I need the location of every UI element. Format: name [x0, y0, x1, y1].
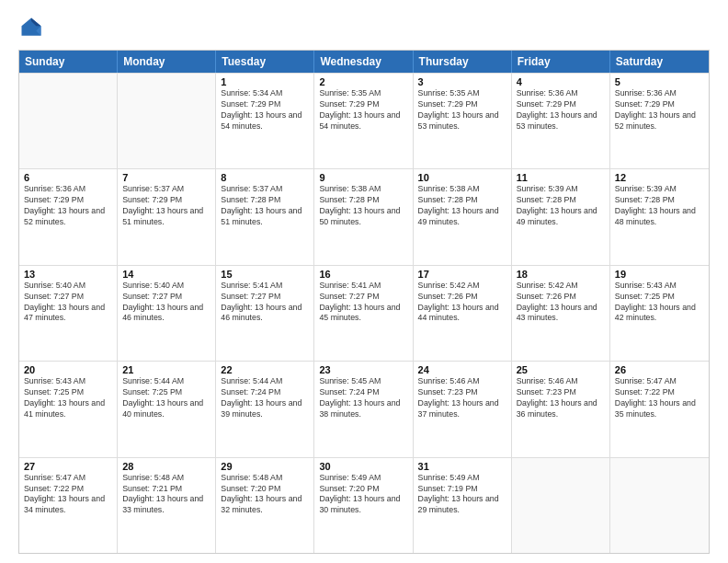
- day-number: 10: [418, 172, 506, 183]
- day-number: 18: [517, 269, 605, 280]
- calendar-cell: 11 Sunrise: 5:39 AMSunset: 7:28 PMDaylig…: [512, 169, 610, 264]
- calendar-cell: 19 Sunrise: 5:43 AMSunset: 7:25 PMDaylig…: [610, 266, 709, 361]
- calendar-cell: 24 Sunrise: 5:46 AMSunset: 7:23 PMDaylig…: [414, 362, 512, 456]
- cell-info: Sunrise: 5:35 AMSunset: 7:29 PMDaylight:…: [319, 88, 407, 132]
- cell-info: Sunrise: 5:41 AMSunset: 7:27 PMDaylight:…: [319, 281, 407, 325]
- page: SundayMondayTuesdayWednesdayThursdayFrid…: [0, 0, 728, 563]
- calendar-cell: [512, 458, 610, 553]
- day-number: 26: [615, 364, 704, 375]
- calendar-cell: [610, 458, 709, 553]
- day-number: 30: [319, 461, 407, 472]
- weekday-header: Wednesday: [314, 51, 413, 73]
- logo-icon: [18, 15, 44, 40]
- day-number: 29: [221, 461, 309, 472]
- cell-info: Sunrise: 5:46 AMSunset: 7:23 PMDaylight:…: [517, 376, 605, 420]
- cell-info: Sunrise: 5:40 AMSunset: 7:27 PMDaylight:…: [24, 281, 112, 325]
- day-number: 4: [517, 76, 605, 87]
- calendar-cell: 17 Sunrise: 5:42 AMSunset: 7:26 PMDaylig…: [414, 266, 512, 361]
- calendar-cell: 23 Sunrise: 5:45 AMSunset: 7:24 PMDaylig…: [314, 362, 413, 456]
- calendar-row: 1 Sunrise: 5:34 AMSunset: 7:29 PMDayligh…: [19, 73, 709, 168]
- cell-info: Sunrise: 5:44 AMSunset: 7:24 PMDaylight:…: [221, 376, 309, 420]
- calendar-row: 27 Sunrise: 5:47 AMSunset: 7:22 PMDaylig…: [19, 457, 709, 553]
- calendar-cell: 18 Sunrise: 5:42 AMSunset: 7:26 PMDaylig…: [512, 266, 610, 361]
- cell-info: Sunrise: 5:43 AMSunset: 7:25 PMDaylight:…: [24, 376, 112, 420]
- calendar-cell: 7 Sunrise: 5:37 AMSunset: 7:29 PMDayligh…: [118, 169, 216, 264]
- day-number: 14: [122, 269, 210, 280]
- calendar-cell: 22 Sunrise: 5:44 AMSunset: 7:24 PMDaylig…: [216, 362, 314, 456]
- day-number: 15: [221, 269, 309, 280]
- cell-info: Sunrise: 5:46 AMSunset: 7:23 PMDaylight:…: [418, 376, 506, 420]
- cell-info: Sunrise: 5:34 AMSunset: 7:29 PMDaylight:…: [221, 88, 309, 132]
- calendar-cell: 3 Sunrise: 5:35 AMSunset: 7:29 PMDayligh…: [414, 74, 512, 168]
- cell-info: Sunrise: 5:36 AMSunset: 7:29 PMDaylight:…: [517, 88, 605, 132]
- day-number: 24: [418, 364, 506, 375]
- weekday-header: Thursday: [414, 51, 512, 73]
- calendar-cell: 4 Sunrise: 5:36 AMSunset: 7:29 PMDayligh…: [512, 74, 610, 168]
- day-number: 28: [122, 461, 210, 472]
- day-number: 8: [221, 172, 309, 183]
- day-number: 1: [221, 76, 309, 87]
- calendar-cell: 6 Sunrise: 5:36 AMSunset: 7:29 PMDayligh…: [19, 169, 118, 264]
- calendar-row: 13 Sunrise: 5:40 AMSunset: 7:27 PMDaylig…: [19, 265, 709, 361]
- calendar-row: 20 Sunrise: 5:43 AMSunset: 7:25 PMDaylig…: [19, 361, 709, 456]
- calendar-cell: 16 Sunrise: 5:41 AMSunset: 7:27 PMDaylig…: [314, 266, 413, 361]
- cell-info: Sunrise: 5:42 AMSunset: 7:26 PMDaylight:…: [517, 281, 605, 325]
- day-number: 6: [24, 172, 112, 183]
- day-number: 13: [24, 269, 112, 280]
- calendar-cell: 9 Sunrise: 5:38 AMSunset: 7:28 PMDayligh…: [314, 169, 413, 264]
- calendar-cell: 30 Sunrise: 5:49 AMSunset: 7:20 PMDaylig…: [314, 458, 413, 553]
- day-number: 20: [24, 364, 112, 375]
- weekday-header: Sunday: [19, 51, 118, 73]
- weekday-header: Saturday: [610, 51, 709, 73]
- day-number: 17: [418, 269, 506, 280]
- calendar-cell: 25 Sunrise: 5:46 AMSunset: 7:23 PMDaylig…: [512, 362, 610, 456]
- cell-info: Sunrise: 5:38 AMSunset: 7:28 PMDaylight:…: [319, 184, 407, 228]
- day-number: 11: [517, 172, 605, 183]
- calendar: SundayMondayTuesdayWednesdayThursdayFrid…: [18, 50, 710, 554]
- cell-info: Sunrise: 5:38 AMSunset: 7:28 PMDaylight:…: [418, 184, 506, 228]
- calendar-cell: 10 Sunrise: 5:38 AMSunset: 7:28 PMDaylig…: [414, 169, 512, 264]
- day-number: 2: [319, 76, 407, 87]
- calendar-cell: [118, 74, 216, 168]
- day-number: 3: [418, 76, 506, 87]
- header: [18, 15, 710, 40]
- calendar-cell: 15 Sunrise: 5:41 AMSunset: 7:27 PMDaylig…: [216, 266, 314, 361]
- weekday-header: Tuesday: [216, 51, 314, 73]
- day-number: 5: [615, 76, 704, 87]
- day-number: 25: [517, 364, 605, 375]
- cell-info: Sunrise: 5:45 AMSunset: 7:24 PMDaylight:…: [319, 376, 407, 420]
- calendar-cell: 1 Sunrise: 5:34 AMSunset: 7:29 PMDayligh…: [216, 74, 314, 168]
- weekday-header: Friday: [512, 51, 610, 73]
- calendar-cell: 28 Sunrise: 5:48 AMSunset: 7:21 PMDaylig…: [118, 458, 216, 553]
- cell-info: Sunrise: 5:48 AMSunset: 7:20 PMDaylight:…: [221, 473, 309, 517]
- day-number: 12: [615, 172, 704, 183]
- logo: [18, 15, 48, 40]
- cell-info: Sunrise: 5:49 AMSunset: 7:20 PMDaylight:…: [319, 473, 407, 517]
- cell-info: Sunrise: 5:37 AMSunset: 7:28 PMDaylight:…: [221, 184, 309, 228]
- day-number: 9: [319, 172, 407, 183]
- calendar-cell: 26 Sunrise: 5:47 AMSunset: 7:22 PMDaylig…: [610, 362, 709, 456]
- day-number: 27: [24, 461, 112, 472]
- cell-info: Sunrise: 5:47 AMSunset: 7:22 PMDaylight:…: [24, 473, 112, 517]
- calendar-row: 6 Sunrise: 5:36 AMSunset: 7:29 PMDayligh…: [19, 168, 709, 264]
- cell-info: Sunrise: 5:43 AMSunset: 7:25 PMDaylight:…: [615, 281, 704, 325]
- day-number: 31: [418, 461, 506, 472]
- cell-info: Sunrise: 5:47 AMSunset: 7:22 PMDaylight:…: [615, 376, 704, 420]
- cell-info: Sunrise: 5:39 AMSunset: 7:28 PMDaylight:…: [615, 184, 704, 228]
- cell-info: Sunrise: 5:36 AMSunset: 7:29 PMDaylight:…: [615, 88, 704, 132]
- calendar-cell: 27 Sunrise: 5:47 AMSunset: 7:22 PMDaylig…: [19, 458, 118, 553]
- calendar-cell: 12 Sunrise: 5:39 AMSunset: 7:28 PMDaylig…: [610, 169, 709, 264]
- cell-info: Sunrise: 5:40 AMSunset: 7:27 PMDaylight:…: [122, 281, 210, 325]
- calendar-body: 1 Sunrise: 5:34 AMSunset: 7:29 PMDayligh…: [19, 73, 709, 553]
- cell-info: Sunrise: 5:49 AMSunset: 7:19 PMDaylight:…: [418, 473, 506, 517]
- calendar-cell: 13 Sunrise: 5:40 AMSunset: 7:27 PMDaylig…: [19, 266, 118, 361]
- day-number: 23: [319, 364, 407, 375]
- calendar-cell: 2 Sunrise: 5:35 AMSunset: 7:29 PMDayligh…: [314, 74, 413, 168]
- calendar-cell: 14 Sunrise: 5:40 AMSunset: 7:27 PMDaylig…: [118, 266, 216, 361]
- cell-info: Sunrise: 5:37 AMSunset: 7:29 PMDaylight:…: [122, 184, 210, 228]
- calendar-cell: 21 Sunrise: 5:44 AMSunset: 7:25 PMDaylig…: [118, 362, 216, 456]
- calendar-cell: 20 Sunrise: 5:43 AMSunset: 7:25 PMDaylig…: [19, 362, 118, 456]
- cell-info: Sunrise: 5:42 AMSunset: 7:26 PMDaylight:…: [418, 281, 506, 325]
- weekday-header: Monday: [118, 51, 216, 73]
- day-number: 16: [319, 269, 407, 280]
